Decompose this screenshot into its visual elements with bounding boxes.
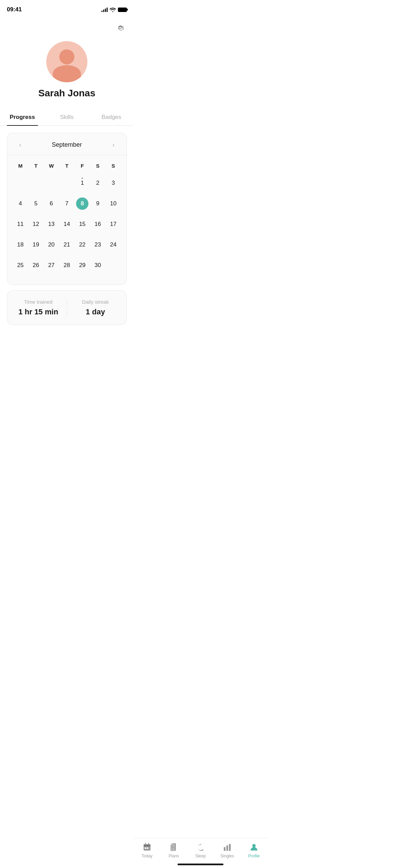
avatar-person [46, 41, 87, 82]
gear-icon [115, 23, 125, 32]
battery-icon [118, 8, 127, 12]
calendar-card: ‹ September › M T W T F S S 123456789101… [7, 133, 127, 285]
calendar-day-cell [44, 173, 59, 193]
calendar-header: ‹ September › [7, 133, 126, 155]
stat-daily-streak: Daily streak 1 day [70, 299, 121, 316]
calendar-day-cell[interactable]: 22 [75, 235, 90, 254]
day-header-tue: T [28, 161, 44, 171]
avatar-body [53, 65, 81, 82]
signal-icon [101, 7, 108, 12]
calendar-day-cell[interactable]: 11 [13, 215, 28, 234]
avatar [46, 41, 87, 82]
calendar-day-cell[interactable]: 9 [90, 194, 106, 213]
status-icons [101, 7, 127, 12]
day-header-fri: F [75, 161, 90, 171]
calendar-day-cell[interactable]: 15 [75, 215, 90, 234]
stat-daily-streak-value: 1 day [86, 308, 105, 316]
calendar-day-cell[interactable]: 23 [90, 235, 106, 254]
calendar-day-cell[interactable]: 13 [44, 215, 59, 234]
settings-button[interactable] [113, 21, 127, 34]
tab-badges[interactable]: Badges [89, 109, 134, 125]
calendar-prev-button[interactable]: ‹ [15, 140, 25, 149]
calendar-day-cell[interactable]: 14 [59, 215, 74, 234]
day-header-sun: S [106, 161, 121, 171]
calendar-day-cell[interactable]: 20 [44, 235, 59, 254]
avatar-section: Sarah Jonas [0, 38, 134, 109]
calendar-month: September [52, 141, 82, 148]
calendar-day-cell [106, 256, 121, 275]
day-header-wed: W [44, 161, 59, 171]
day-header-mon: M [13, 161, 28, 171]
calendar-day-cell[interactable]: 2 [90, 173, 106, 193]
calendar-day-cell[interactable]: 19 [28, 235, 44, 254]
calendar-day-cell [28, 173, 44, 193]
stats-divider [67, 299, 67, 316]
calendar-day-cell[interactable]: 21 [59, 235, 74, 254]
status-bar: 09:41 [0, 0, 134, 17]
stat-daily-streak-label: Daily streak [82, 299, 109, 305]
calendar-day-cell [59, 173, 74, 193]
stat-time-trained: Time trained 1 hr 15 min [13, 299, 64, 316]
stats-card: Time trained 1 hr 15 min Daily streak 1 … [7, 290, 127, 325]
calendar-day-cell [13, 173, 28, 193]
calendar-day-cell[interactable]: 7 [59, 194, 74, 213]
calendar-day-cell[interactable]: 30 [90, 256, 106, 275]
status-time: 09:41 [7, 6, 22, 13]
calendar-day-cell[interactable]: 8 [75, 194, 90, 213]
day-header-sat: S [90, 161, 106, 171]
calendar-day-cell[interactable]: 1 [75, 173, 90, 193]
profile-tabs: Progress Skills Badges [0, 109, 134, 126]
calendar-day-cell[interactable]: 18 [13, 235, 28, 254]
tab-skills[interactable]: Skills [45, 109, 89, 125]
calendar-day-cell[interactable]: 3 [106, 173, 121, 193]
stat-time-trained-value: 1 hr 15 min [19, 308, 58, 316]
calendar-day-cell[interactable]: 12 [28, 215, 44, 234]
calendar-day-cell[interactable]: 16 [90, 215, 106, 234]
avatar-head [59, 49, 74, 64]
calendar-day-cell[interactable]: 6 [44, 194, 59, 213]
calendar-day-cell[interactable]: 4 [13, 194, 28, 213]
calendar-grid: M T W T F S S 12345678910111213141516171… [7, 155, 126, 278]
calendar-day-cell[interactable]: 26 [28, 256, 44, 275]
user-name: Sarah Jonas [38, 88, 96, 99]
calendar-day-cell[interactable]: 25 [13, 256, 28, 275]
calendar-day-cell[interactable]: 17 [106, 215, 121, 234]
stat-time-trained-label: Time trained [24, 299, 52, 305]
calendar-next-button[interactable]: › [109, 140, 118, 149]
calendar-days: 1234567891011121314151617181920212223242… [13, 173, 121, 275]
header [0, 17, 134, 38]
calendar-day-cell[interactable]: 10 [106, 194, 121, 213]
day-headers: M T W T F S S [13, 161, 121, 171]
calendar-day-cell[interactable]: 5 [28, 194, 44, 213]
calendar-day-cell[interactable]: 29 [75, 256, 90, 275]
day-header-thu: T [59, 161, 74, 171]
tab-progress[interactable]: Progress [0, 109, 45, 125]
calendar-day-cell[interactable]: 28 [59, 256, 74, 275]
calendar-day-cell[interactable]: 27 [44, 256, 59, 275]
calendar-day-cell[interactable]: 24 [106, 235, 121, 254]
wifi-icon [110, 7, 116, 12]
